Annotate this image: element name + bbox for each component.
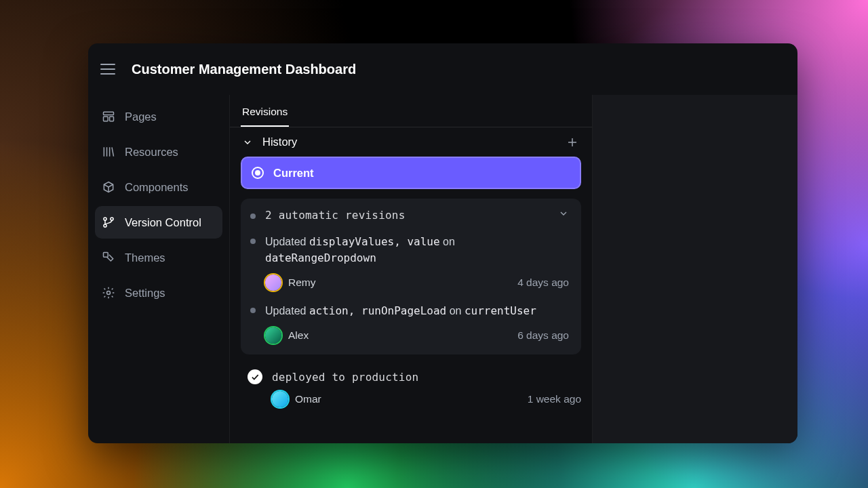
svg-rect-6	[104, 253, 108, 258]
current-label: Current	[273, 167, 314, 180]
sidebar-item-settings[interactable]: Settings	[95, 277, 222, 309]
avatar	[272, 391, 288, 407]
sidebar-item-resources[interactable]: Resources	[95, 136, 222, 168]
tab-revisions[interactable]: Revisions	[241, 98, 289, 127]
revision-message: Updated action, runOnPageLoad on current…	[265, 303, 536, 319]
swatch-icon	[102, 251, 115, 264]
svg-point-5	[111, 218, 113, 220]
library-icon	[102, 145, 115, 159]
sidebar-item-label: Settings	[125, 287, 165, 300]
svg-point-7	[107, 291, 111, 295]
avatar	[265, 274, 281, 291]
radio-selected-icon	[252, 167, 264, 179]
sidebar-item-pages[interactable]: Pages	[95, 100, 222, 133]
deploy-time: 1 week ago	[528, 393, 581, 405]
svg-point-3	[104, 218, 106, 220]
deploy-entry[interactable]: deployed to production Omar 1 week ago	[241, 369, 581, 407]
current-revision[interactable]: Current	[241, 157, 581, 189]
svg-rect-1	[104, 117, 108, 121]
auto-revisions-group: 2 automatic revisions Updated displayVal…	[241, 199, 581, 354]
revision-item[interactable]: Updated displayValues, value on dateRang…	[246, 231, 569, 291]
app-window: Customer Management Dashboard Pages Reso…	[88, 43, 797, 443]
sidebar-item-themes[interactable]: Themes	[95, 241, 222, 274]
git-branch-icon	[102, 216, 115, 229]
bullet-icon	[250, 239, 256, 244]
sidebar-item-label: Components	[125, 181, 189, 194]
sidebar-item-label: Themes	[125, 251, 165, 264]
cube-icon	[102, 180, 115, 194]
app-body: Pages Resources Components Version Contr…	[88, 95, 797, 443]
sidebar-item-components[interactable]: Components	[95, 171, 222, 203]
deploy-label: deployed to production	[272, 371, 418, 384]
revision-author: Remy	[265, 274, 315, 291]
history-content: Current 2 automatic revisions	[230, 157, 592, 418]
history-label: History	[262, 136, 297, 148]
right-panel	[593, 95, 797, 443]
add-revision-button[interactable]	[566, 136, 578, 148]
tabbar: Revisions	[230, 95, 592, 127]
menu-icon[interactable]	[100, 64, 115, 75]
revision-author: Alex	[265, 327, 309, 344]
chevron-down-icon[interactable]	[558, 208, 569, 222]
svg-point-4	[104, 224, 106, 227]
group-summary[interactable]: 2 automatic revisions	[265, 209, 406, 222]
pages-icon	[102, 110, 115, 123]
revision-message: Updated displayValues, value on dateRang…	[265, 234, 569, 266]
revision-time: 6 days ago	[517, 329, 569, 342]
main-panel: Revisions History Current	[230, 95, 593, 443]
svg-rect-2	[110, 117, 114, 121]
sidebar: Pages Resources Components Version Contr…	[88, 95, 230, 443]
chevron-down-icon	[242, 137, 253, 148]
revision-time: 4 days ago	[517, 277, 569, 289]
bullet-icon	[250, 308, 256, 313]
sidebar-item-version-control[interactable]: Version Control	[95, 206, 222, 239]
avatar	[265, 327, 281, 344]
page-title: Customer Management Dashboard	[132, 62, 356, 77]
svg-rect-0	[104, 112, 114, 115]
check-circle-icon	[248, 369, 262, 384]
bullet-icon	[250, 214, 256, 219]
revision-item[interactable]: Updated action, runOnPageLoad on current…	[246, 300, 569, 344]
gear-icon	[102, 286, 115, 300]
sidebar-item-label: Version Control	[125, 216, 201, 229]
sidebar-item-label: Pages	[125, 110, 157, 123]
sidebar-item-label: Resources	[125, 146, 178, 159]
history-section-header[interactable]: History	[230, 127, 592, 157]
deploy-author: Omar	[272, 391, 321, 407]
titlebar: Customer Management Dashboard	[88, 43, 797, 95]
